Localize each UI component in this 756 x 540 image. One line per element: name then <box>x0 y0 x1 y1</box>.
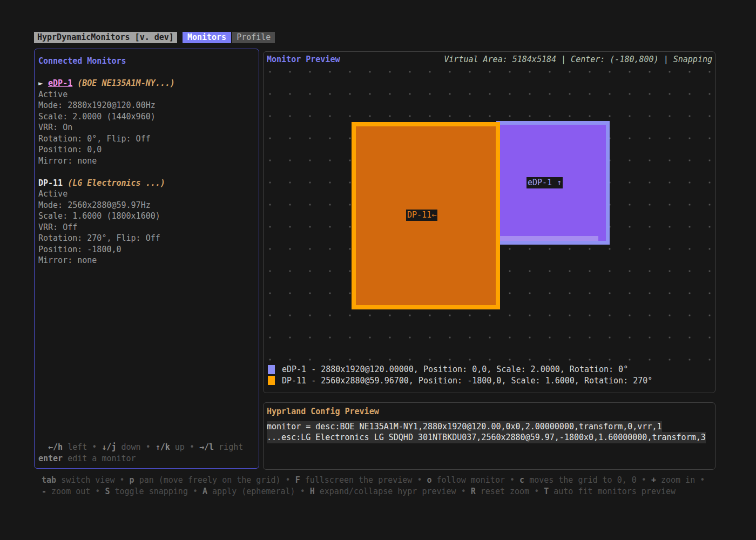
monitor-vrr: VRR: Off <box>38 222 255 233</box>
monitor-mirror: Mirror: none <box>38 255 255 266</box>
monitor-rotation: Rotation: 270°, Flip: Off <box>38 233 255 244</box>
keybind-o: o <box>427 475 431 485</box>
preview-monitor-dp11-label: DP-11← <box>406 210 437 221</box>
preview-monitor-edp1-label: eDP-1 ↑ <box>526 177 563 188</box>
tab-bar: HyprDynamicMonitors [v. dev]MonitorsProf… <box>34 32 275 43</box>
monitor-list-item-edp1[interactable]: ► eDP-1 (BOE NE135A1M-NY...) Active Mode… <box>38 78 255 166</box>
monitor-position: Position: 0,0 <box>38 144 255 156</box>
preview-legend: eDP-1 - 2880x1920@120.00000, Position: 0… <box>268 364 652 386</box>
keybind-down: ↓/j <box>102 442 116 452</box>
keybind-h: H <box>310 487 315 496</box>
monitor-mirror: Mirror: none <box>38 156 255 167</box>
keybind-a: A <box>202 487 207 496</box>
monitor-rotation: Rotation: 0°, Flip: Off <box>38 133 255 145</box>
bullet-separator: • <box>461 487 466 496</box>
keybind-up: ↑/k <box>156 442 170 452</box>
keybind-s: S <box>105 487 110 496</box>
virtual-area-status: Virtual Area: 5184x5184 | Center: (-180,… <box>444 55 712 64</box>
keybind-plus: + <box>651 475 656 485</box>
bullet-separator: • <box>700 475 705 485</box>
monitor-mode: Mode: 2880x1920@120.00Hz <box>38 100 255 111</box>
app-title: HyprDynamicMonitors [v. dev] <box>34 32 177 43</box>
connected-monitors-panel: Connected Monitors ► eDP-1 (BOE NE135A1M… <box>34 49 259 469</box>
bullet-separator: • <box>510 475 515 485</box>
bullet-separator: • <box>92 442 97 452</box>
spacer <box>38 166 255 178</box>
legend-text-dp11: DP-11 - 2560x2880@59.96700, Position: -1… <box>282 376 652 386</box>
bullet-separator: • <box>300 487 305 496</box>
hyprland-config-panel: Hyprland Config Preview monitor = desc:B… <box>263 402 716 470</box>
monitor-status: Active <box>38 89 255 100</box>
bullet-separator: • <box>417 475 422 485</box>
legend-text-edp1: eDP-1 - 2880x1920@120.00000, Position: 0… <box>282 364 628 374</box>
footer-keybinds: tab switch view • p pan (move freely on … <box>42 475 734 497</box>
bullet-separator: • <box>146 442 151 452</box>
monitor-name: eDP-1 <box>48 78 72 88</box>
monitor-status: Active <box>38 188 255 200</box>
keybind-enter: enter <box>38 454 63 463</box>
monitor-list-item-dp11[interactable]: DP-11 (LG Electronics ...) Active Mode: … <box>38 178 255 266</box>
connected-monitors-title: Connected Monitors <box>38 56 255 67</box>
legend-row-edp1: eDP-1 - 2880x1920@120.00000, Position: 0… <box>268 364 652 375</box>
config-line-edp1: monitor = desc:BOE NE135A1M-NY1,2880x192… <box>267 421 662 433</box>
keybind-t: T <box>544 487 549 496</box>
bullet-separator: • <box>190 442 194 452</box>
keybind-left: ←/h <box>48 442 63 452</box>
snap-highlight <box>500 236 598 241</box>
monitor-name: DP-11 <box>38 178 63 188</box>
left-panel-keybinds: ←/h left • ↓/j down • ↑/k up • →/l right… <box>38 442 255 464</box>
keybind-r: R <box>471 487 476 496</box>
preview-monitor-dp11[interactable]: DP-11← <box>352 122 500 309</box>
keybind-p: p <box>130 475 134 485</box>
bullet-separator: • <box>120 475 125 485</box>
config-line-dp11: ...esc:LG Electronics LG SDQHD 301NTBKDU… <box>267 432 706 443</box>
monitor-scale: Scale: 2.0000 (1440x960) <box>38 111 255 123</box>
config-panel-title: Hyprland Config Preview <box>267 406 712 417</box>
bullet-separator: • <box>642 475 646 485</box>
keybind-minus: - <box>42 487 46 496</box>
bullet-separator: • <box>286 475 291 485</box>
edp1-color-swatch <box>268 365 275 374</box>
monitor-vendor: (LG Electronics ...) <box>68 178 165 188</box>
keybind-right: →/l <box>199 442 214 452</box>
monitor-preview-panel: Monitor Preview Virtual Area: 5184x5184 … <box>263 51 716 393</box>
preview-monitor-edp1[interactable]: eDP-1 ↑ <box>496 121 610 245</box>
selected-arrow-icon: ► <box>38 78 48 88</box>
monitor-vrr: VRR: On <box>38 122 255 133</box>
bullet-separator: • <box>193 487 198 496</box>
tab-monitors[interactable]: Monitors <box>183 32 231 43</box>
monitor-scale: Scale: 1.6000 (1800x1600) <box>38 211 255 222</box>
monitor-vendor: (BOE NE135A1M-NY...) <box>77 78 175 88</box>
spacer <box>38 67 255 78</box>
monitor-preview-title: Monitor Preview <box>267 55 340 64</box>
monitor-mode: Mode: 2560x2880@59.97Hz <box>38 200 255 211</box>
keybind-tab: tab <box>42 475 56 485</box>
dp11-color-swatch <box>268 376 275 385</box>
monitor-position: Position: -1800,0 <box>38 244 255 255</box>
legend-row-dp11: DP-11 - 2560x2880@59.96700, Position: -1… <box>268 375 652 387</box>
keybind-c: c <box>519 475 524 485</box>
keybind-f: F <box>295 475 300 485</box>
bullet-separator: • <box>95 487 100 496</box>
tab-profile[interactable]: Profile <box>232 32 275 43</box>
bullet-separator: • <box>534 487 539 496</box>
